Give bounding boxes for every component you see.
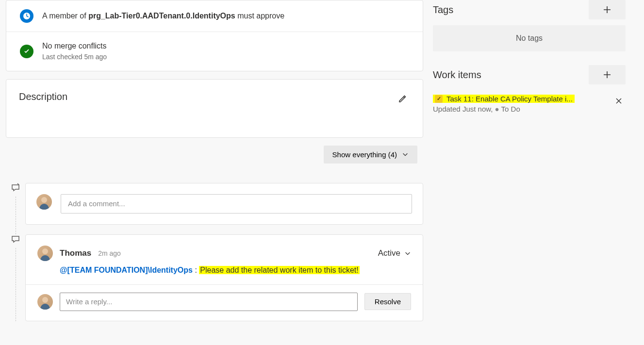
close-icon [615, 97, 623, 105]
chevron-down-icon [404, 250, 411, 257]
comment-body: @[TEAM FOUNDATION]\IdentityOps : Please … [26, 266, 423, 284]
check-icon [20, 45, 33, 58]
approval-check-row: A member of prg_Lab-Tier0.AADTenant.0.Id… [6, 0, 423, 32]
comment-status-dropdown[interactable]: Active [378, 248, 411, 258]
pr-checks-card: A member of prg_Lab-Tier0.AADTenant.0.Id… [6, 0, 423, 71]
edit-description-button[interactable] [395, 91, 410, 108]
plus-icon [602, 5, 612, 15]
add-comment-input[interactable] [61, 194, 412, 214]
workitem-row[interactable]: Task 11: Enable CA Policy Template i... … [433, 90, 626, 117]
svg-point-1 [42, 248, 48, 254]
comment-author: Thomas [60, 248, 91, 258]
add-tag-button[interactable] [589, 0, 626, 19]
resolve-button[interactable]: Resolve [364, 293, 411, 310]
pencil-icon [397, 94, 407, 104]
mention[interactable]: @[TEAM FOUNDATION]\IdentityOps [60, 266, 193, 274]
comment-marker-icon [11, 183, 20, 193]
workitem-meta: Updated Just now, ● To Do [433, 105, 607, 113]
timeline-gutter [6, 183, 25, 234]
avatar [36, 194, 52, 210]
show-everything-button[interactable]: Show everything (4) [324, 146, 417, 164]
description-heading: Description [19, 91, 67, 102]
merge-check-text: No merge conflicts Last checked 5m ago [42, 41, 107, 62]
add-comment-card [25, 183, 423, 225]
workitems-heading: Work items [433, 69, 481, 81]
tags-section: Tags No tags [433, 0, 626, 51]
approval-check-text: A member of prg_Lab-Tier0.AADTenant.0.Id… [42, 11, 284, 21]
workitem-title: Task 11: Enable CA Policy Template i... [446, 95, 573, 103]
comment-icon [11, 234, 20, 244]
tags-heading: Tags [433, 4, 453, 16]
clock-icon [20, 9, 33, 23]
description-card: Description [6, 79, 423, 138]
avatar [37, 294, 53, 310]
task-type-icon [435, 95, 443, 103]
no-tags-label: No tags [433, 25, 626, 51]
remove-workitem-button[interactable] [612, 94, 626, 109]
svg-point-0 [41, 197, 47, 203]
merge-check-row: No merge conflicts Last checked 5m ago [6, 32, 423, 71]
comment-thread: Thomas 2m ago Active @[TEAM FOUNDATION]\… [25, 234, 423, 321]
add-workitem-button[interactable] [589, 65, 626, 84]
comment-time: 2m ago [98, 249, 121, 257]
avatar [37, 246, 53, 261]
workitems-section: Work items Task 11: Enable CA Policy Tem… [433, 65, 626, 117]
timeline-gutter [6, 234, 25, 321]
svg-point-2 [42, 297, 48, 303]
plus-icon [602, 70, 612, 80]
chevron-down-icon [402, 151, 409, 158]
reply-input[interactable] [60, 293, 358, 311]
